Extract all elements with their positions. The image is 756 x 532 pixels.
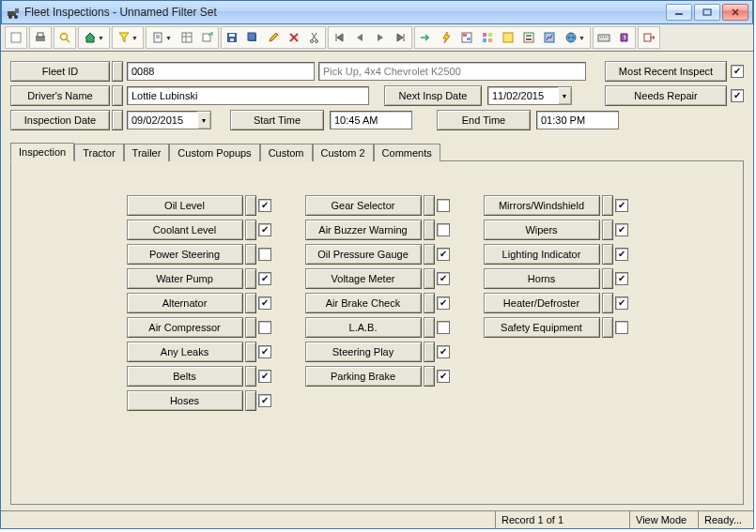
save-all-icon[interactable]	[243, 28, 262, 47]
end-time-input[interactable]: 01:30 PM	[536, 111, 619, 129]
checklist-checkbox[interactable]	[258, 394, 271, 407]
checklist-checkbox[interactable]	[615, 321, 628, 334]
fleet-id-label[interactable]: Fleet ID	[10, 61, 110, 82]
filter-icon[interactable]: ▼	[114, 28, 142, 47]
inspection-date-selector[interactable]	[112, 110, 123, 130]
end-time-label[interactable]: End Time	[437, 110, 531, 130]
drivers-name-input[interactable]: Lottie Lubinski	[127, 86, 369, 105]
search-icon[interactable]	[55, 28, 74, 47]
checklist-checkbox[interactable]	[615, 223, 628, 236]
checklist-label[interactable]: Any Leaks	[127, 342, 243, 362]
globe-icon[interactable]: ▼	[561, 28, 589, 47]
tab-trailer[interactable]: Trailer	[124, 144, 170, 161]
checklist-label[interactable]: Lighting Indicator	[484, 244, 600, 265]
tab-custom-popups[interactable]: Custom Popups	[169, 144, 259, 161]
checklist-label[interactable]: Hoses	[127, 390, 243, 411]
checklist-label[interactable]: Power Steering	[127, 244, 243, 265]
maximize-button[interactable]	[694, 4, 720, 21]
tab-custom-2[interactable]: Custom 2	[313, 144, 374, 161]
delete-icon[interactable]	[285, 28, 303, 47]
checklist-label[interactable]: Alternator	[127, 293, 243, 313]
needs-repair-label[interactable]: Needs Repair	[605, 85, 727, 106]
next-insp-date-dropdown-icon[interactable]: ▼	[558, 86, 572, 105]
checklist-checkbox[interactable]	[258, 223, 271, 236]
checklist-label[interactable]: Oil Pressure Gauge	[305, 244, 422, 265]
checklist-checkbox[interactable]	[437, 248, 450, 261]
checklist-label[interactable]: Horns	[484, 268, 600, 289]
module1-icon[interactable]	[457, 28, 476, 47]
save-icon[interactable]	[223, 28, 241, 47]
keyboard-icon[interactable]	[594, 28, 613, 47]
checklist-checkbox[interactable]	[258, 321, 271, 334]
checklist-selector[interactable]	[602, 293, 613, 313]
checklist-selector[interactable]	[424, 293, 435, 313]
checklist-checkbox[interactable]	[258, 248, 271, 261]
checklist-selector[interactable]	[245, 366, 256, 387]
checklist-selector[interactable]	[424, 366, 435, 387]
checklist-selector[interactable]	[424, 244, 435, 265]
start-time-label[interactable]: Start Time	[230, 110, 324, 130]
checklist-label[interactable]: Air Compressor	[127, 317, 243, 338]
checklist-label[interactable]: Steering Play	[305, 342, 422, 362]
checklist-label[interactable]: Water Pump	[127, 268, 243, 289]
minimize-button[interactable]	[666, 4, 692, 21]
exit-icon[interactable]	[640, 28, 658, 47]
drivers-name-selector[interactable]	[112, 85, 123, 106]
inspection-date-label[interactable]: Inspection Date	[10, 110, 110, 130]
checklist-checkbox[interactable]	[437, 345, 450, 358]
page-dropdown-icon[interactable]: ▼	[147, 28, 176, 47]
toolbar-blank-icon[interactable]	[7, 28, 25, 47]
tab-tractor[interactable]: Tractor	[74, 144, 123, 161]
bolt-icon[interactable]	[437, 28, 455, 47]
module4-icon[interactable]	[519, 28, 538, 47]
tab-comments[interactable]: Comments	[374, 144, 440, 161]
sheet-icon[interactable]	[177, 28, 196, 47]
checklist-label[interactable]: Wipers	[484, 220, 600, 240]
checklist-checkbox[interactable]	[258, 345, 271, 358]
next-icon[interactable]	[371, 28, 390, 47]
export-icon[interactable]	[198, 28, 217, 47]
checklist-checkbox[interactable]	[437, 370, 450, 383]
last-icon[interactable]	[392, 28, 410, 47]
checklist-selector[interactable]	[245, 293, 256, 313]
checklist-selector[interactable]	[602, 268, 613, 289]
checklist-checkbox[interactable]	[615, 272, 628, 285]
next-insp-date-label[interactable]: Next Insp Date	[384, 85, 482, 106]
prev-icon[interactable]	[350, 28, 369, 47]
checklist-checkbox[interactable]	[437, 272, 450, 285]
edit-icon[interactable]	[264, 28, 283, 47]
goto-icon[interactable]	[416, 28, 435, 47]
inspection-date-input[interactable]: 09/02/2015	[127, 111, 198, 129]
checklist-checkbox[interactable]	[615, 199, 628, 212]
next-insp-date-input[interactable]: 11/02/2015	[487, 86, 559, 105]
close-button[interactable]	[722, 4, 748, 21]
checklist-selector[interactable]	[245, 390, 256, 411]
checklist-checkbox[interactable]	[437, 321, 450, 334]
fleet-id-selector[interactable]	[112, 61, 123, 82]
checklist-checkbox[interactable]	[437, 223, 450, 236]
checklist-checkbox[interactable]	[615, 296, 628, 310]
drivers-name-label[interactable]: Driver's Name	[10, 85, 110, 106]
checklist-checkbox[interactable]	[258, 296, 271, 310]
checklist-selector[interactable]	[245, 244, 256, 265]
checklist-checkbox[interactable]	[258, 199, 271, 212]
needs-repair-checkbox[interactable]	[731, 89, 744, 102]
checklist-label[interactable]: Heater/Defroster	[484, 293, 600, 313]
checklist-selector[interactable]	[245, 317, 256, 338]
checklist-label[interactable]: Coolant Level	[127, 220, 243, 240]
start-time-input[interactable]: 10:45 AM	[330, 111, 412, 129]
tab-inspection[interactable]: Inspection	[10, 143, 74, 161]
checklist-label[interactable]: Gear Selector	[305, 195, 422, 216]
checklist-selector[interactable]	[245, 342, 256, 362]
checklist-selector[interactable]	[602, 195, 613, 216]
checklist-label[interactable]: Parking Brake	[305, 366, 422, 387]
checklist-label[interactable]: Air Brake Check	[305, 293, 422, 313]
cut-icon[interactable]	[305, 28, 324, 47]
module5-icon[interactable]	[540, 28, 559, 47]
inspection-date-dropdown-icon[interactable]: ▼	[197, 111, 211, 129]
checklist-selector[interactable]	[424, 268, 435, 289]
help-book-icon[interactable]	[615, 28, 634, 47]
checklist-label[interactable]: Oil Level	[127, 195, 243, 216]
module2-icon[interactable]	[478, 28, 497, 47]
fleet-id-input[interactable]: 0088	[127, 62, 315, 81]
